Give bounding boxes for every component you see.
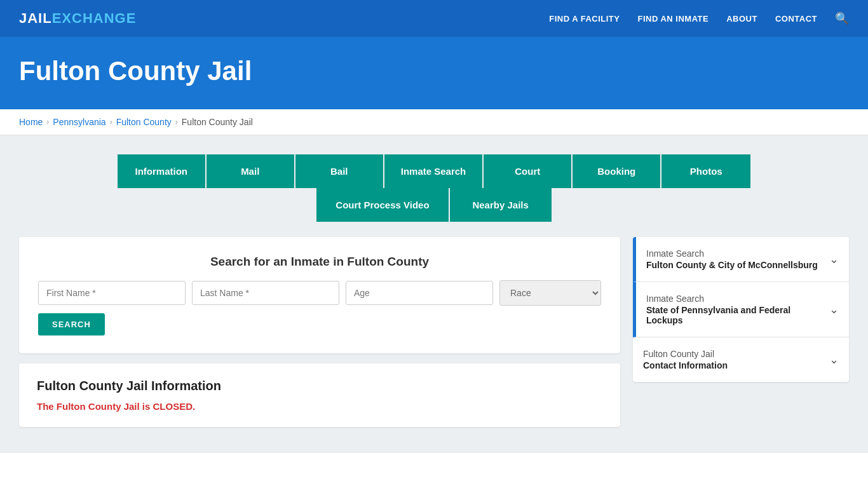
closed-notice: The Fulton County Jail is CLOSED. [37,401,602,412]
search-title: Search for an Inmate in Fulton County [38,255,601,269]
tab-bail[interactable]: Bail [295,154,384,188]
last-name-input[interactable] [192,281,339,305]
tab-court[interactable]: Court [484,154,573,188]
tab-booking[interactable]: Booking [573,154,661,188]
tabs-row2: Court Process Video Nearby Jails [19,188,849,222]
main-content: Information Mail Bail Inmate Search Cour… [0,135,868,453]
nav-contact[interactable]: CONTACT [775,14,817,24]
sidebar-item2-title: Inmate Search [646,294,829,304]
info-box: Fulton County Jail Information The Fulto… [19,363,620,427]
breadcrumb-sep1: › [46,118,49,126]
sidebar-item-inmate-search-local[interactable]: Inmate Search Fulton County & City of Mc… [633,237,849,282]
tab-mail[interactable]: Mail [207,154,295,188]
search-form: Race White Black Hispanic Asian Other [38,280,601,306]
page-title: Fulton County Jail [19,56,849,86]
navbar-links: FIND A FACILITY FIND AN INMATE ABOUT CON… [549,11,849,25]
breadcrumb: Home › Pennsylvania › Fulton County › Fu… [19,117,849,127]
info-title: Fulton County Jail Information [37,379,602,393]
search-button[interactable]: SEARCH [38,313,105,336]
tab-court-process-video[interactable]: Court Process Video [316,188,449,222]
sidebar-item3-subtitle: Contact Information [643,360,728,370]
tab-inmate-search[interactable]: Inmate Search [384,154,484,188]
nav-find-inmate[interactable]: FIND AN INMATE [637,14,709,24]
site-logo[interactable]: JAILEXCHANGE [19,10,136,27]
logo-part1: JAIL [19,10,52,26]
tabs-row1: Information Mail Bail Inmate Search Cour… [19,154,849,188]
search-icon[interactable]: 🔍 [835,11,849,25]
sidebar-item1-title: Inmate Search [646,248,818,259]
sidebar-item-inmate-search-state[interactable]: Inmate Search State of Pennsylvania and … [633,282,849,337]
sidebar-item3-title: Fulton County Jail [643,349,728,359]
tab-photos[interactable]: Photos [661,154,750,188]
breadcrumb-bar: Home › Pennsylvania › Fulton County › Fu… [0,109,868,135]
breadcrumb-pennsylvania[interactable]: Pennsylvania [53,117,105,127]
tab-information[interactable]: Information [118,154,207,188]
age-input[interactable] [346,281,493,305]
tab-nearby-jails[interactable]: Nearby Jails [450,188,552,222]
chevron-down-icon3: ⌄ [829,353,839,367]
nav-find-facility[interactable]: FIND A FACILITY [549,14,620,24]
breadcrumb-fulton-county[interactable]: Fulton County [116,117,172,127]
breadcrumb-home[interactable]: Home [19,117,43,127]
sidebar-item-contact-info[interactable]: Fulton County Jail Contact Information ⌄ [633,337,849,382]
right-sidebar: Inmate Search Fulton County & City of Mc… [633,237,849,382]
race-select[interactable]: Race White Black Hispanic Asian Other [499,280,601,306]
inmate-search-box: Search for an Inmate in Fulton County Ra… [19,237,620,353]
breadcrumb-sep2: › [110,118,112,126]
content-area: Search for an Inmate in Fulton County Ra… [19,237,849,427]
sidebar-item1-subtitle: Fulton County & City of McConnellsburg [646,260,818,270]
chevron-down-icon2: ⌄ [829,302,839,316]
breadcrumb-sep3: › [175,118,178,126]
navbar: JAILEXCHANGE FIND A FACILITY FIND AN INM… [0,0,868,37]
breadcrumb-current: Fulton County Jail [182,117,253,127]
first-name-input[interactable] [38,281,186,305]
chevron-down-icon: ⌄ [829,252,839,266]
sidebar-item2-subtitle: State of Pennsylvania and Federal Lockup… [646,305,829,325]
main-panel: Search for an Inmate in Fulton County Ra… [19,237,620,427]
hero-banner: Fulton County Jail [0,37,868,109]
logo-part2: EXCHANGE [52,10,137,26]
nav-about[interactable]: ABOUT [726,14,757,24]
